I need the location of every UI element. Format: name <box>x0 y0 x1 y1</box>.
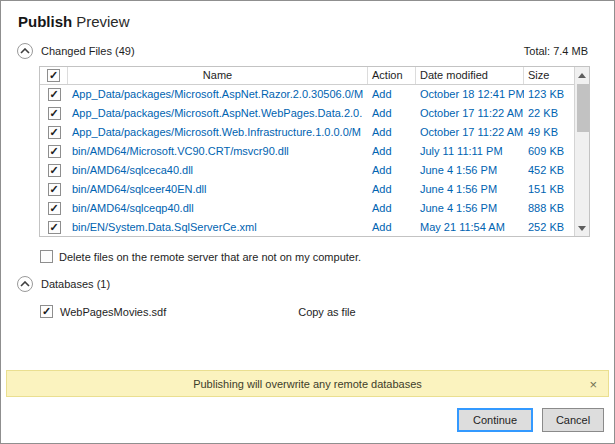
changed-files-collapse-button[interactable] <box>17 43 33 59</box>
chevron-up-icon <box>20 281 30 287</box>
warning-close-icon[interactable]: × <box>586 376 600 391</box>
changed-files-section-header: Changed Files (49) Total: 7.4 MB <box>17 43 588 59</box>
row-checkbox[interactable] <box>48 183 61 196</box>
row-checkbox[interactable] <box>48 202 61 215</box>
publish-preview-dialog: PublishPreview Changed Files (49) Total:… <box>0 0 615 444</box>
table-row: bin/AMD64/sqlceqp40.dll Add June 4 1:56 … <box>40 199 574 218</box>
column-header-action[interactable]: Action <box>368 67 416 84</box>
cancel-button[interactable]: Cancel <box>542 408 604 432</box>
row-checkbox[interactable] <box>48 107 61 120</box>
file-action: Add <box>368 161 416 180</box>
database-action: Copy as file <box>298 306 355 318</box>
row-checkbox[interactable] <box>48 164 61 177</box>
changed-files-table: Name Action Date modified Size App_Data/… <box>39 66 590 237</box>
file-name-link[interactable]: App_Data/packages/Microsoft.AspNet.WebPa… <box>68 104 368 123</box>
databases-section-header: Databases (1) <box>17 276 588 292</box>
file-name-link[interactable]: bin/AMD64/sqlceqp40.dll <box>68 199 368 218</box>
dialog-footer: Continue Cancel <box>1 397 614 443</box>
database-name: WebPagesMovies.sdf <box>60 306 166 318</box>
file-name-link[interactable]: bin/EN/System.Data.SqlServerCe.xml <box>68 218 368 237</box>
total-size-label: Total: 7.4 MB <box>524 45 588 57</box>
chevron-up-icon <box>20 48 30 54</box>
file-action: Add <box>368 104 416 123</box>
column-header-size[interactable]: Size <box>524 67 574 84</box>
select-all-header-cell <box>40 67 68 84</box>
table-row: App_Data/packages/Microsoft.AspNet.Razor… <box>40 85 574 104</box>
changed-files-label: Changed Files (49) <box>41 45 135 57</box>
file-date-modified: October 17 11:22 AM <box>416 123 524 142</box>
continue-button[interactable]: Continue <box>457 408 533 432</box>
scroll-up-icon <box>578 73 586 78</box>
scroll-down-icon <box>578 226 586 231</box>
file-date-modified: October 17 11:22 AM <box>416 104 524 123</box>
file-size: 888 KB <box>524 199 574 218</box>
file-date-modified: June 4 1:56 PM <box>416 180 524 199</box>
file-date-modified: October 18 12:41 PM <box>416 85 524 104</box>
warning-bar: Publishing will overwrite any remote dat… <box>6 370 609 397</box>
file-name-link[interactable]: App_Data/packages/Microsoft.AspNet.Razor… <box>68 85 368 104</box>
file-name-link[interactable]: App_Data/packages/Microsoft.Web.Infrastr… <box>68 123 368 142</box>
databases-collapse-button[interactable] <box>17 276 33 292</box>
file-date-modified: May 21 11:54 AM <box>416 218 524 237</box>
file-action: Add <box>368 123 416 142</box>
row-checkbox[interactable] <box>48 126 61 139</box>
row-checkbox[interactable] <box>48 221 61 234</box>
file-date-modified: June 4 1:56 PM <box>416 199 524 218</box>
vertical-scrollbar[interactable] <box>574 67 589 236</box>
title-primary: Publish <box>18 13 72 30</box>
table-row: bin/AMD64/sqlceer40EN.dll Add June 4 1:5… <box>40 180 574 199</box>
table-row: App_Data/packages/Microsoft.Web.Infrastr… <box>40 123 574 142</box>
file-name-link[interactable]: bin/AMD64/sqlceca40.dll <box>68 161 368 180</box>
file-size: 123 KB <box>524 85 574 104</box>
database-checkbox[interactable] <box>40 305 53 318</box>
file-date-modified: June 4 1:56 PM <box>416 161 524 180</box>
delete-files-label: Delete files on the remote server that a… <box>59 251 361 263</box>
scrollbar-thumb[interactable] <box>577 84 589 132</box>
file-action: Add <box>368 85 416 104</box>
row-checkbox[interactable] <box>48 145 61 158</box>
file-action: Add <box>368 142 416 161</box>
title-secondary: Preview <box>76 13 129 30</box>
file-size: 49 KB <box>524 123 574 142</box>
column-header-date-modified[interactable]: Date modified <box>416 67 524 84</box>
databases-label: Databases (1) <box>41 278 110 290</box>
scroll-up-button[interactable] <box>575 67 589 83</box>
file-action: Add <box>368 199 416 218</box>
file-name-link[interactable]: bin/AMD64/sqlceer40EN.dll <box>68 180 368 199</box>
file-action: Add <box>368 180 416 199</box>
scroll-down-button[interactable] <box>575 220 589 236</box>
file-name-link[interactable]: bin/AMD64/Microsoft.VC90.CRT/msvcr90.dll <box>68 142 368 161</box>
column-header-name[interactable]: Name <box>68 67 368 84</box>
delete-files-option: Delete files on the remote server that a… <box>40 250 614 263</box>
table-row: bin/AMD64/Microsoft.VC90.CRT/msvcr90.dll… <box>40 142 574 161</box>
delete-files-checkbox[interactable] <box>40 250 53 263</box>
page-title: PublishPreview <box>1 1 614 30</box>
file-action: Add <box>368 218 416 237</box>
file-size: 609 KB <box>524 142 574 161</box>
file-size: 22 KB <box>524 104 574 123</box>
row-checkbox[interactable] <box>48 88 61 101</box>
select-all-checkbox[interactable] <box>47 69 60 82</box>
file-grid: Name Action Date modified Size App_Data/… <box>40 67 574 236</box>
file-date-modified: July 11 11:11 PM <box>416 142 524 161</box>
database-row: WebPagesMovies.sdf Copy as file <box>40 305 614 318</box>
file-size: 151 KB <box>524 180 574 199</box>
table-row: bin/AMD64/sqlceca40.dll Add June 4 1:56 … <box>40 161 574 180</box>
warning-message: Publishing will overwrite any remote dat… <box>7 378 608 390</box>
file-size: 252 KB <box>524 218 574 237</box>
table-row: App_Data/packages/Microsoft.AspNet.WebPa… <box>40 104 574 123</box>
file-size: 452 KB <box>524 161 574 180</box>
grid-header-row: Name Action Date modified Size <box>40 67 574 85</box>
table-row: bin/EN/System.Data.SqlServerCe.xml Add M… <box>40 218 574 237</box>
